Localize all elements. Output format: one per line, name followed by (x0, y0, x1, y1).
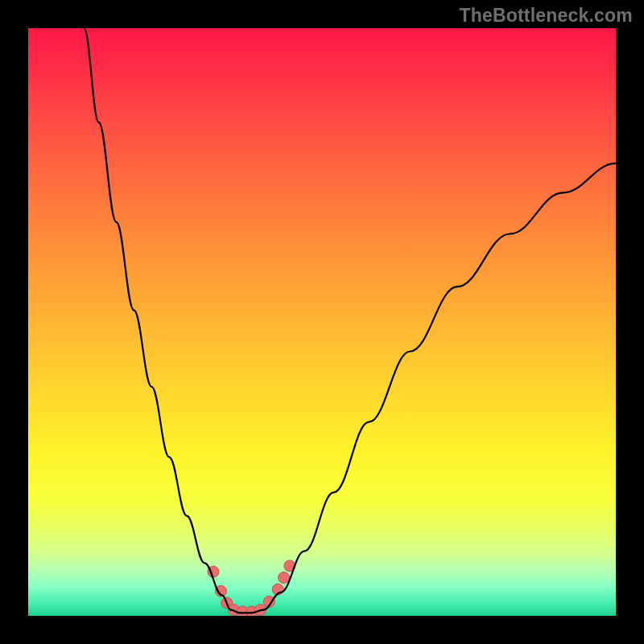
data-points-group (208, 560, 295, 616)
data-point (279, 572, 290, 584)
curve-left-branch (84, 28, 231, 610)
curve-right-branch (263, 163, 616, 610)
chart-svg (28, 28, 616, 616)
watermark-text: TheBottleneck.com (459, 5, 633, 27)
plot-area (28, 28, 616, 616)
chart-frame: TheBottleneck.com (0, 0, 644, 644)
